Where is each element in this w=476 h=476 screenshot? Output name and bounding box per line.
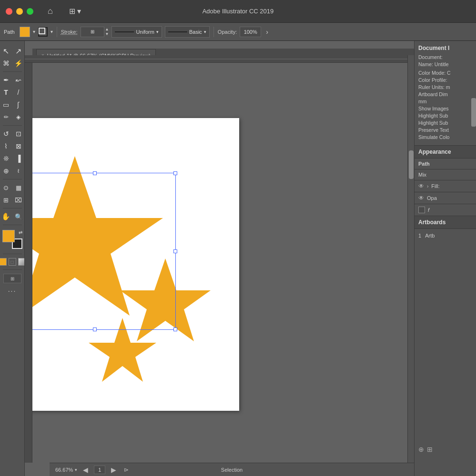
eraser-tool[interactable]: ◈	[12, 111, 25, 123]
gradient-btn[interactable]	[18, 258, 25, 266]
fill-appearance-row[interactable]: 👁 › Fill:	[415, 180, 476, 192]
opacity-input[interactable]: 100%	[240, 27, 261, 37]
opacity-value: 100%	[244, 29, 257, 35]
uniform-label: Uniform	[136, 29, 154, 35]
right-panel: Document I Document: Name: Untitle Color…	[414, 41, 476, 476]
stroke-style-dropdown[interactable]: Uniform ▾	[111, 26, 162, 38]
vertical-ruler	[25, 63, 32, 463]
opacity-appearance-row[interactable]: 👁 Opa	[415, 192, 476, 204]
tool-mode-label: Selection	[221, 467, 243, 473]
fx-label: f	[428, 207, 429, 213]
color-options: □	[0, 256, 25, 268]
symbol-tool[interactable]: ❊	[0, 152, 12, 165]
swap-colors-icon[interactable]: ⇄	[19, 230, 22, 235]
zoom-tool[interactable]: 🔍	[12, 210, 25, 223]
graph-tool[interactable]: ▦	[12, 181, 25, 194]
type-tool[interactable]: T	[0, 86, 12, 99]
opacity-label-appearance: Opa	[427, 195, 437, 201]
scrollbar-thumb[interactable]	[409, 150, 414, 179]
window-controls	[6, 8, 33, 15]
brush-style-dropdown[interactable]: Basic ▾	[165, 26, 210, 38]
fill-label: Fill:	[431, 183, 439, 189]
appearance-section-header[interactable]: Appearance	[415, 146, 476, 159]
selection-tool[interactable]: ↖	[0, 45, 12, 57]
direct-selection-tool[interactable]: ↗	[12, 45, 25, 57]
more-tools-btn[interactable]: ···	[8, 287, 17, 295]
maximize-button[interactable]	[27, 8, 33, 15]
stroke-dropdown-arrow[interactable]: ▾	[51, 29, 53, 34]
artboard-tool[interactable]: ⊞	[0, 194, 12, 206]
page-number-input[interactable]: 1	[94, 466, 105, 474]
horizontal-ruler	[25, 55, 407, 63]
artboard[interactable]	[32, 118, 239, 411]
tool-sep-2	[3, 125, 22, 126]
panel-icon-1[interactable]: ⊕	[418, 446, 424, 453]
more-options-btn[interactable]: ›	[266, 28, 268, 36]
fill-dropdown-arrow[interactable]: ▾	[33, 29, 35, 34]
zoom-control[interactable]: 66.67% ▾	[55, 467, 77, 473]
nav-prev-page[interactable]: ◀	[81, 466, 90, 474]
screen-mode-btn[interactable]: ⊞	[3, 274, 21, 283]
line-tool[interactable]: /	[12, 86, 25, 99]
pencil-tool[interactable]: ✏	[0, 111, 12, 123]
chart-tool[interactable]: ▐	[12, 152, 25, 165]
tool-sep-5	[3, 225, 22, 225]
zoom-value: 66.67%	[55, 467, 73, 473]
none-btn[interactable]: □	[9, 258, 16, 266]
main-area: ↖ ↗ ⌘ ⚡ ✒ ↜ T / ▭ ʃ ✏ ◈ ↺ ⊡ ⌇	[0, 41, 476, 476]
fx-checkbox[interactable]	[418, 207, 425, 213]
show-images-row: Show Images	[418, 106, 472, 111]
left-toolbar: ↖ ↗ ⌘ ⚡ ✒ ↜ T / ▭ ʃ ✏ ◈ ↺ ⊡ ⌇	[0, 41, 25, 476]
fill-expand-icon[interactable]: ›	[427, 184, 428, 189]
path-appearance-row: Path	[415, 159, 476, 169]
free-transform-tool[interactable]: ⊠	[12, 140, 25, 152]
titlebar: ⌂ ⊞ ▾ Adobe Illustrator CC 2019	[0, 0, 476, 23]
pen-tool[interactable]: ✒	[0, 74, 12, 86]
close-button[interactable]	[6, 8, 12, 15]
stroke-color-swatch[interactable]	[38, 27, 48, 37]
selection-tools: ↖ ↗	[0, 45, 25, 57]
minimize-button[interactable]	[16, 8, 23, 15]
opacity-visibility-icon[interactable]: 👁	[418, 195, 424, 201]
home-icon[interactable]: ⌂	[48, 6, 53, 16]
lasso-tool[interactable]: ⌘	[0, 57, 12, 69]
path-label-appearance: Path	[418, 161, 430, 167]
appearance-title: Appearance	[418, 149, 451, 155]
warp-tool[interactable]: ⌇	[0, 140, 12, 152]
artboard-row-1[interactable]: 1 Artb	[418, 233, 472, 238]
fill-visibility-icon[interactable]: 👁	[418, 183, 424, 189]
solid-color-btn[interactable]	[0, 258, 7, 266]
eyedropper-tool[interactable]: ⊕	[0, 165, 12, 177]
camera-tool[interactable]: ⊙	[0, 181, 12, 194]
tool-sep-6	[3, 254, 22, 254]
stroke-weight-input[interactable]: ⊞ ▲ ▼	[81, 27, 109, 37]
fx-row[interactable]: f	[415, 204, 476, 216]
fill-swatch[interactable]	[2, 230, 15, 242]
mix-label: Mix	[418, 172, 426, 178]
fill-color-swatch[interactable]	[20, 27, 30, 37]
simulate-color-row: Simulate Colo	[418, 134, 472, 140]
grid-view-icon[interactable]: ⊞ ▾	[69, 7, 81, 16]
canvas-scroll-area[interactable]	[32, 70, 407, 463]
doc-label: Document:	[418, 54, 472, 60]
curvature-tool[interactable]: ↜	[12, 74, 25, 86]
nav-last-page[interactable]: ⊳	[122, 466, 131, 473]
paintbrush-tool[interactable]: ʃ	[12, 99, 25, 111]
magic-wand-tool[interactable]: ⚡	[12, 57, 25, 69]
nav-next-page[interactable]: ▶	[109, 466, 118, 474]
artboards-section-header[interactable]: Artboards	[415, 216, 476, 229]
measure-tool[interactable]: ℓ	[12, 165, 25, 177]
mid-scrollbar[interactable]	[471, 98, 476, 127]
color-profile-row: Color Profile:	[418, 77, 472, 83]
scale-tool[interactable]: ⊡	[12, 128, 25, 140]
divider-1	[57, 27, 57, 37]
zoom-dropdown-arrow[interactable]: ▾	[75, 467, 77, 472]
hand-tool[interactable]: ✋	[0, 210, 12, 223]
artboard-container	[32, 118, 239, 411]
shape-tool[interactable]: ▭	[0, 99, 12, 111]
slice-tool[interactable]: ⌧	[12, 194, 25, 206]
rotate-tool[interactable]: ↺	[0, 128, 12, 140]
canvas-vertical-scrollbar[interactable]	[407, 55, 414, 476]
panel-icon-2[interactable]: ⊞	[427, 446, 433, 453]
canvas-area: × Untitled-1* @ 66.67% (CMYK/GPU Preview…	[25, 41, 414, 476]
